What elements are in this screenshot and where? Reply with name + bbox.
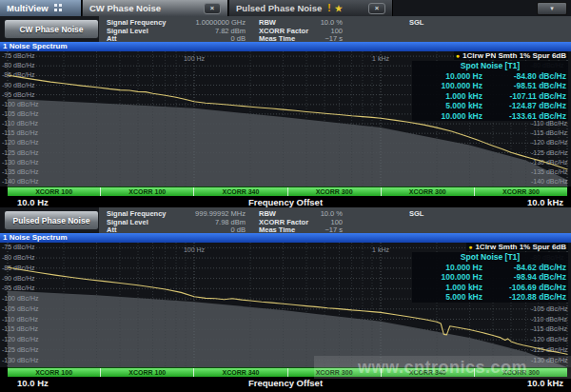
spot-noise-table: Spot Noise [T1]10.000 Hz-84.62 dBc/Hz100… [412, 252, 568, 303]
trace-info: ●1Clrw Smth 1% Spur 6dB [466, 243, 568, 251]
spot-noise-row: 1.000 kHz-106.69 dBc/Hz [414, 283, 566, 293]
y-axis-label: -100 dBc/Hz [2, 295, 39, 302]
xcorr-bar-cw: XCORR 100XCORR 100XCORR 340XCORR 300XCOR… [8, 186, 567, 196]
y-axis-label: -90 dBc/Hz [2, 82, 35, 88]
x-axis-stop: 10.0 kHz [527, 197, 563, 207]
xcorr-segment: XCORR 300 [474, 368, 567, 377]
noise-spectrum-plot-cw[interactable]: -75 dBc/Hz-75 dBc/Hz-80 dBc/Hz-80 dBc/Hz… [0, 51, 571, 186]
y-axis-label: -75 dBc/Hz [2, 52, 35, 59]
xcorr-segment: XCORR 300 [474, 187, 567, 196]
analyzer-screen: MultiView CW Phase Noise × Pulsed Phase … [0, 0, 571, 392]
x-axis-title: Frequency Offset [0, 197, 571, 207]
y-axis-label: -110 dBc/Hz [2, 316, 38, 323]
spot-noise-value: -107.11 dBc/Hz [482, 91, 566, 102]
tab-multiview[interactable]: MultiView [0, 0, 82, 16]
y-axis-label: -95 dBc/Hz [2, 284, 35, 291]
y-axis-label: -75 dBc/Hz [2, 244, 35, 250]
spot-noise-freq: 100.000 Hz [414, 272, 482, 283]
spot-noise-freq: 10.000 kHz [414, 111, 482, 122]
tab-cw-phase-noise[interactable]: CW Phase Noise × [83, 0, 228, 16]
y-axis-label: -110 dBc/Hz [2, 120, 38, 127]
xcorr-segment-label: XCORR 340 [409, 369, 446, 376]
xcorr-segment: XCORR 100 [8, 368, 100, 377]
y-axis-label: -100 dBc/Hz [2, 101, 39, 108]
y-axis-label-right: -125 dBc/Hz [531, 346, 568, 353]
spot-noise-freq: 1.000 kHz [414, 91, 482, 102]
tab-multiview-label: MultiView [7, 3, 49, 13]
y-axis-label: -80 dBc/Hz [2, 62, 35, 69]
spot-noise-value: -106.69 dBc/Hz [482, 283, 566, 293]
trace1-marker: ● [456, 51, 460, 60]
y-axis-label-right: -120 dBc/Hz [531, 139, 568, 146]
y-axis-label-right: -110 dBc/Hz [531, 316, 567, 323]
spot-noise-value: -98.51 dBc/Hz [482, 81, 566, 91]
window-menu-button[interactable]: ▾ [537, 2, 567, 15]
xcorr-segment-label: XCORR 300 [316, 369, 353, 376]
x-decade-label: 100 Hz [184, 55, 206, 62]
xcorr-segment: XCORR 300 [287, 187, 381, 196]
y-axis-label-right: -140 dBc/Hz [531, 178, 568, 185]
spot-noise-value: -84.62 dBc/Hz [482, 263, 566, 273]
window-title: 1 Noise Spectrum [3, 233, 68, 242]
xcorr-segment-label: XCORR 340 [222, 188, 259, 195]
y-axis-label: -95 dBc/Hz [2, 91, 35, 98]
spot-noise-freq: 10.000 Hz [414, 263, 482, 273]
spot-noise-title: Spot Noise [T1] [414, 61, 566, 71]
y-axis-label: -80 dBc/Hz [2, 254, 35, 261]
y-axis-label: -85 dBc/Hz [2, 265, 35, 271]
y-axis-label: -135 dBc/Hz [2, 168, 39, 175]
y-axis-label-right: -120 dBc/Hz [531, 336, 568, 343]
x-axis-row-pulsed: 10.0 HzFrequency Offset10.0 kHz [0, 377, 571, 392]
xcorr-segment: XCORR 100 [8, 187, 100, 196]
spot-noise-value: -98.94 dBc/Hz [482, 272, 566, 283]
spot-noise-row: 10.000 kHz-133.61 dBc/Hz [414, 111, 566, 122]
y-axis-label: -125 dBc/Hz [2, 346, 39, 353]
y-axis-label: -120 dBc/Hz [2, 139, 39, 146]
noise-spectrum-plot-pulsed[interactable]: -75 dBc/Hz-75 dBc/Hz-80 dBc/Hz-80 dBc/Hz… [0, 243, 571, 367]
xcorr-segment-label: XCORR 300 [316, 188, 353, 195]
y-axis-label-right: -130 dBc/Hz [531, 357, 568, 363]
y-axis-label-right: -125 dBc/Hz [531, 149, 568, 156]
tab-bar: MultiView CW Phase Noise × Pulsed Phase … [0, 0, 571, 16]
y-axis-label-right: -105 dBc/Hz [531, 305, 568, 312]
xcorr-segment-label: XCORR 100 [35, 369, 72, 376]
spot-noise-freq: 5.000 kHz [414, 292, 482, 303]
grid-icon [54, 4, 63, 12]
xcorr-segment-label: XCORR 100 [35, 188, 72, 195]
xcorr-segment: XCORR 340 [193, 187, 286, 196]
spot-noise-value: -84.80 dBc/Hz [482, 71, 566, 82]
spot-noise-table: Spot Noise [T1]10.000 Hz-84.80 dBc/Hz100… [412, 61, 568, 121]
xcorr-segment: XCORR 300 [287, 368, 381, 377]
y-axis-label-right: -135 dBc/Hz [531, 168, 568, 175]
close-icon[interactable]: × [368, 3, 385, 14]
y-axis-label: -105 dBc/Hz [2, 110, 39, 117]
spot-noise-value: -124.87 dBc/Hz [482, 101, 566, 111]
close-icon[interactable]: × [204, 3, 221, 14]
spot-noise-freq: 1.000 kHz [414, 283, 482, 293]
xcorr-segment: XCORR 300 [381, 187, 474, 196]
y-axis-label: -105 dBc/Hz [2, 305, 39, 312]
tab-cw-label: CW Phase Noise [89, 3, 161, 13]
xcorr-segment-label: XCORR 300 [502, 188, 540, 195]
spot-noise-value: -120.88 dBc/Hz [482, 292, 566, 303]
xcorr-segment-label: XCORR 340 [222, 369, 259, 376]
y-axis-label: -120 dBc/Hz [2, 336, 39, 343]
tab-pulsed-label: Pulsed Phase Noise [236, 3, 322, 13]
channel-header-cw: CW Phase NoiseSignal Frequency1.0000000 … [0, 16, 571, 42]
x-axis-stop: 10.0 kHz [527, 378, 563, 388]
y-axis-label: -125 dBc/Hz [2, 149, 39, 156]
window-title-bar-pulsed[interactable]: 1 Noise Spectrum [0, 233, 571, 243]
spot-noise-title: Spot Noise [T1] [414, 252, 566, 263]
xcorr-segment: XCORR 340 [193, 368, 286, 377]
spot-noise-row: 10.000 Hz-84.62 dBc/Hz [414, 263, 566, 273]
x-decade-label: 1 kHz [372, 246, 389, 253]
warning-icon: ! [327, 3, 330, 13]
xcorr-segment-label: XCORR 300 [502, 369, 540, 376]
tab-pulsed-phase-noise[interactable]: Pulsed Phase Noise ! ★ × [229, 0, 393, 16]
window-title-bar-cw[interactable]: 1 Noise Spectrum [0, 42, 571, 51]
spot-noise-row: 100.000 Hz-98.94 dBc/Hz [414, 272, 566, 283]
y-axis-label-right: -110 dBc/Hz [531, 120, 567, 127]
y-axis-label: -90 dBc/Hz [2, 275, 35, 282]
spot-noise-freq: 5.000 kHz [414, 101, 482, 111]
xcorr-bar-pulsed: XCORR 100XCORR 100XCORR 340XCORR 300XCOR… [8, 367, 567, 377]
